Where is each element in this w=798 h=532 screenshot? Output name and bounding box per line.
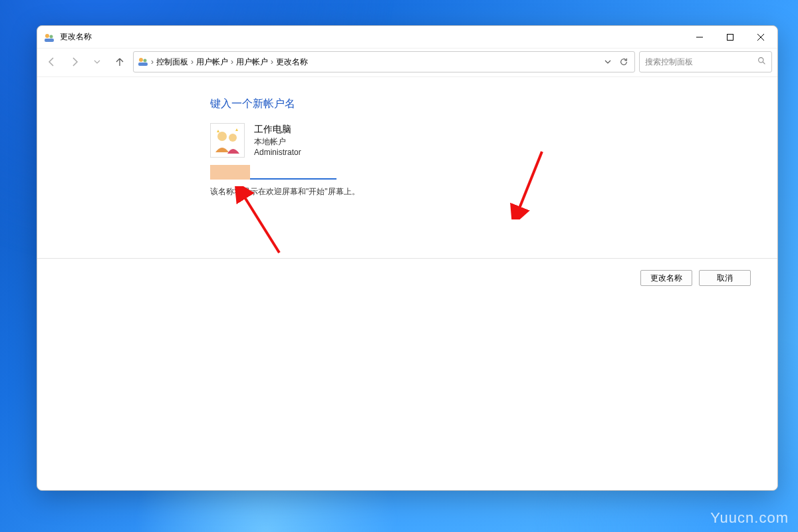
refresh-button[interactable] bbox=[617, 57, 630, 66]
cancel-button[interactable]: 取消 bbox=[699, 270, 751, 286]
redacted-block bbox=[210, 165, 250, 180]
back-button[interactable] bbox=[43, 53, 61, 71]
toolbar: › 控制面板 › 用户帐户 › 用户帐户 › 更改名称 bbox=[37, 49, 777, 76]
minimize-button[interactable] bbox=[684, 27, 715, 48]
svg-point-1 bbox=[50, 35, 53, 38]
search-box[interactable] bbox=[639, 51, 772, 72]
svg-rect-2 bbox=[45, 39, 54, 42]
svg-point-0 bbox=[45, 34, 49, 38]
breadcrumb-item[interactable]: 用户帐户 bbox=[236, 57, 268, 68]
address-dropdown[interactable] bbox=[601, 59, 614, 65]
account-role: Administrator bbox=[254, 147, 301, 158]
up-button[interactable] bbox=[110, 53, 129, 71]
search-input[interactable] bbox=[645, 57, 757, 66]
svg-point-7 bbox=[139, 58, 143, 62]
divider bbox=[37, 258, 777, 259]
user-accounts-icon bbox=[44, 32, 55, 43]
close-button[interactable] bbox=[745, 27, 776, 48]
watermark: Yuucn.com bbox=[710, 509, 789, 527]
svg-point-8 bbox=[144, 59, 147, 62]
chevron-right-icon: › bbox=[191, 57, 194, 66]
page-heading: 键入一个新帐户名 bbox=[210, 97, 777, 111]
hint-text: 该名称将显示在欢迎屏幕和"开始"屏幕上。 bbox=[210, 186, 777, 198]
user-accounts-icon bbox=[138, 56, 148, 68]
maximize-button[interactable] bbox=[715, 27, 745, 48]
new-account-name-input[interactable] bbox=[250, 165, 336, 180]
chevron-right-icon: › bbox=[271, 57, 273, 66]
svg-line-11 bbox=[763, 62, 765, 64]
forward-button[interactable] bbox=[65, 53, 84, 71]
chevron-right-icon: › bbox=[151, 57, 154, 66]
svg-rect-4 bbox=[728, 34, 733, 40]
breadcrumb-item[interactable]: 用户帐户 bbox=[196, 57, 228, 68]
account-summary: 工作电脑 本地帐户 Administrator bbox=[210, 123, 777, 158]
address-bar[interactable]: › 控制面板 › 用户帐户 › 用户帐户 › 更改名称 bbox=[133, 51, 635, 72]
svg-point-10 bbox=[759, 58, 763, 63]
titlebar: 更改名称 bbox=[37, 26, 777, 49]
account-name: 工作电脑 bbox=[254, 123, 301, 136]
search-icon bbox=[757, 57, 766, 67]
chevron-right-icon: › bbox=[231, 57, 233, 66]
avatar bbox=[210, 123, 245, 158]
control-panel-window: 更改名称 bbox=[37, 25, 778, 491]
recent-dropdown[interactable] bbox=[88, 53, 106, 71]
action-buttons: 更改名称 取消 bbox=[640, 270, 751, 286]
window-title: 更改名称 bbox=[60, 31, 92, 43]
svg-point-13 bbox=[217, 132, 227, 141]
breadcrumb-item[interactable]: 更改名称 bbox=[276, 57, 308, 68]
svg-rect-9 bbox=[138, 63, 148, 66]
account-type: 本地帐户 bbox=[254, 136, 301, 148]
svg-point-14 bbox=[229, 134, 237, 142]
change-name-button[interactable]: 更改名称 bbox=[640, 270, 692, 286]
breadcrumb-item[interactable]: 控制面板 bbox=[156, 57, 188, 68]
content-area: 键入一个新帐户名 工作电脑 本地帐户 Administrator bbox=[37, 76, 777, 490]
